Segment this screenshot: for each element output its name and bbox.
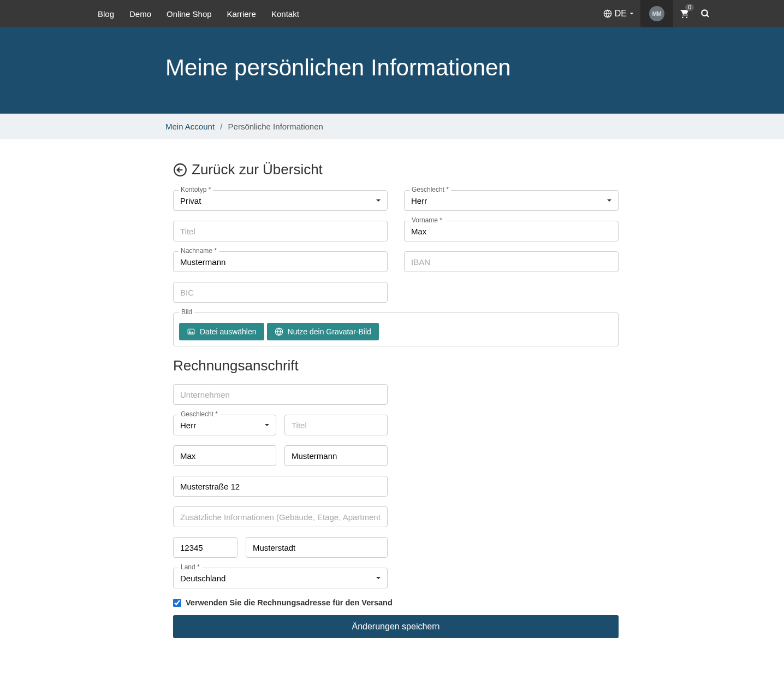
svg-point-3 xyxy=(686,16,688,17)
nav-blog[interactable]: Blog xyxy=(90,2,122,26)
nav-links: Blog Demo Online Shop Karriere Kontakt xyxy=(90,2,307,26)
breadcrumb-current: Persönliche Informationen xyxy=(228,122,323,131)
last-name-label: Nachname * xyxy=(179,247,219,255)
svg-line-5 xyxy=(706,15,709,17)
billing-city-input[interactable] xyxy=(246,537,388,558)
bic-input[interactable] xyxy=(173,282,388,303)
nav-kontakt[interactable]: Kontakt xyxy=(264,2,307,26)
search-icon xyxy=(700,9,710,19)
nav-shop[interactable]: Online Shop xyxy=(159,2,219,26)
use-billing-label[interactable]: Verwenden Sie die Rechnungsadresse für d… xyxy=(186,598,393,607)
hero: Meine persönlichen Informationen xyxy=(0,27,784,114)
back-link[interactable]: Zurück zur Übersicht xyxy=(173,161,619,178)
breadcrumb-parent[interactable]: Mein Account xyxy=(165,122,215,131)
first-name-group: Vorname * xyxy=(404,221,619,241)
page-title: Meine persönlichen Informationen xyxy=(84,55,700,81)
last-name-group: Nachname * xyxy=(173,251,388,272)
cart-button[interactable]: 0 xyxy=(673,8,695,19)
billing-title-input[interactable] xyxy=(284,415,388,435)
title-input[interactable] xyxy=(173,221,388,241)
globe-icon xyxy=(603,9,612,18)
submit-button[interactable]: Änderungen speichern xyxy=(173,615,619,638)
billing-first-name-input[interactable] xyxy=(173,445,276,466)
image-fieldset: Bild Datei auswählen Nutze dein Gravatar… xyxy=(173,313,619,346)
billing-street-group xyxy=(173,476,388,497)
billing-country-group: Land * Deutschland xyxy=(173,568,388,588)
choose-file-button[interactable]: Datei auswählen xyxy=(179,323,264,340)
first-name-label: Vorname * xyxy=(409,216,444,224)
use-billing-checkbox-row: Verwenden Sie die Rechnungsadresse für d… xyxy=(173,598,619,607)
gender-label: Geschlecht * xyxy=(409,186,451,193)
iban-input[interactable] xyxy=(404,251,619,272)
billing-additional-input[interactable] xyxy=(173,506,388,527)
billing-street-input[interactable] xyxy=(173,476,388,497)
svg-point-9 xyxy=(189,331,191,332)
gender-group: Geschlecht * Herr xyxy=(404,190,619,211)
account-type-group: Kontotyp * Privat xyxy=(173,190,388,211)
avatar-wrap: MM xyxy=(640,0,673,27)
image-icon xyxy=(187,328,195,335)
gravatar-button[interactable]: Nutze dein Gravatar-Bild xyxy=(267,323,379,340)
gravatar-label: Nutze dein Gravatar-Bild xyxy=(288,327,371,336)
billing-additional-group xyxy=(173,506,388,527)
globe-icon xyxy=(275,327,283,336)
language-selector[interactable]: DE xyxy=(597,9,640,19)
choose-file-label: Datei auswählen xyxy=(200,327,257,336)
use-billing-checkbox[interactable] xyxy=(173,599,181,607)
svg-point-4 xyxy=(702,10,708,16)
billing-gender-label: Geschlecht * xyxy=(179,410,220,418)
breadcrumb: Mein Account / Persönliche Informationen xyxy=(84,122,700,131)
svg-point-2 xyxy=(682,16,684,17)
billing-company-input[interactable] xyxy=(173,384,388,405)
arrow-left-circle-icon xyxy=(173,163,187,177)
iban-group xyxy=(404,251,619,272)
billing-title-group xyxy=(284,415,388,435)
cart-badge: 0 xyxy=(685,4,694,11)
billing-heading: Rechnungsanschrift xyxy=(173,357,619,374)
billing-country-label: Land * xyxy=(179,563,202,571)
billing-gender-group: Geschlecht * Herr xyxy=(173,415,276,435)
nav-demo[interactable]: Demo xyxy=(122,2,159,26)
search-button[interactable] xyxy=(695,9,716,19)
nav-karriere[interactable]: Karriere xyxy=(219,2,264,26)
billing-zip-group xyxy=(173,537,237,558)
back-link-label: Zurück zur Übersicht xyxy=(192,161,323,178)
billing-city-group xyxy=(246,537,388,558)
title-group xyxy=(173,221,388,241)
top-nav: Blog Demo Online Shop Karriere Kontakt D… xyxy=(0,0,784,27)
nav-right: DE MM 0 xyxy=(597,0,716,27)
breadcrumb-separator: / xyxy=(220,122,222,131)
billing-company-group xyxy=(173,384,388,405)
content: Zurück zur Übersicht Kontotyp * Privat G… xyxy=(84,139,700,671)
image-legend: Bild xyxy=(179,308,194,316)
billing-zip-input[interactable] xyxy=(173,537,237,558)
billing-last-name-group xyxy=(284,445,388,466)
breadcrumb-bar: Mein Account / Persönliche Informationen xyxy=(0,114,784,139)
account-type-label: Kontotyp * xyxy=(179,186,213,193)
billing-first-name-group xyxy=(173,445,276,466)
bic-group xyxy=(173,282,388,303)
billing-country-select[interactable]: Deutschland xyxy=(173,568,388,588)
language-code: DE xyxy=(615,9,627,19)
avatar[interactable]: MM xyxy=(649,6,664,21)
chevron-down-icon xyxy=(629,11,634,16)
billing-last-name-input[interactable] xyxy=(284,445,388,466)
